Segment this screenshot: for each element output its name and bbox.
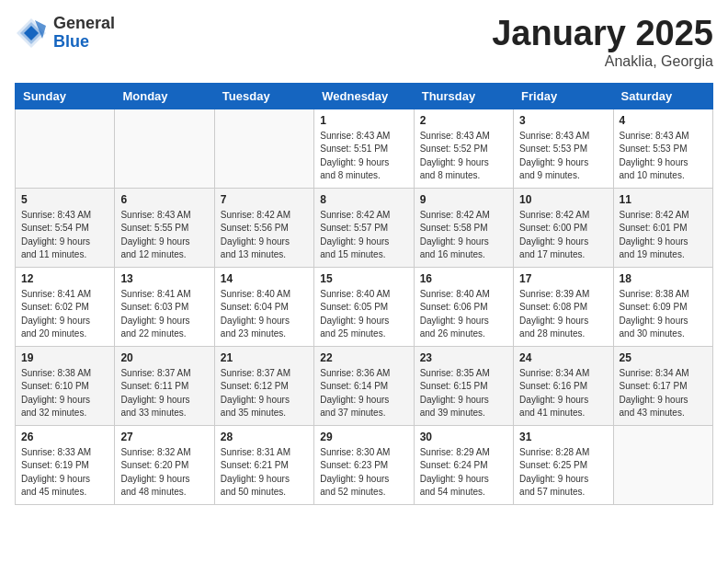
- calendar-day-cell: 3Sunrise: 8:43 AM Sunset: 5:53 PM Daylig…: [514, 109, 613, 188]
- day-info: Sunrise: 8:42 AM Sunset: 6:00 PM Dayligh…: [519, 209, 607, 262]
- calendar-day-cell: 7Sunrise: 8:42 AM Sunset: 5:56 PM Daylig…: [214, 188, 313, 267]
- calendar-header-cell: Wednesday: [314, 83, 414, 109]
- day-number: 25: [620, 351, 707, 364]
- calendar-week-row: 19Sunrise: 8:38 AM Sunset: 6:10 PM Dayli…: [16, 346, 713, 425]
- day-number: 21: [221, 351, 308, 364]
- day-number: 30: [420, 431, 507, 443]
- calendar-day-cell: [16, 109, 115, 188]
- day-info: Sunrise: 8:42 AM Sunset: 5:56 PM Dayligh…: [221, 209, 308, 262]
- day-number: 12: [21, 272, 108, 285]
- calendar-day-cell: 23Sunrise: 8:35 AM Sunset: 6:15 PM Dayli…: [414, 346, 513, 425]
- day-info: Sunrise: 8:30 AM Sunset: 6:23 PM Dayligh…: [320, 446, 407, 500]
- calendar-day-cell: 21Sunrise: 8:37 AM Sunset: 6:12 PM Dayli…: [214, 346, 313, 425]
- calendar-day-cell: 18Sunrise: 8:38 AM Sunset: 6:09 PM Dayli…: [613, 267, 712, 346]
- calendar-header-row: SundayMondayTuesdayWednesdayThursdayFrid…: [16, 83, 713, 109]
- day-number: 16: [420, 272, 507, 285]
- day-info: Sunrise: 8:40 AM Sunset: 6:05 PM Dayligh…: [320, 288, 407, 341]
- day-info: Sunrise: 8:38 AM Sunset: 6:10 PM Dayligh…: [21, 367, 108, 420]
- day-info: Sunrise: 8:37 AM Sunset: 6:11 PM Dayligh…: [120, 367, 208, 420]
- day-number: 2: [420, 114, 507, 127]
- calendar-day-cell: 28Sunrise: 8:31 AM Sunset: 6:21 PM Dayli…: [214, 425, 313, 504]
- logo: General Blue: [15, 15, 115, 52]
- day-info: Sunrise: 8:40 AM Sunset: 6:06 PM Dayligh…: [420, 288, 507, 341]
- calendar-day-cell: 13Sunrise: 8:41 AM Sunset: 6:03 PM Dayli…: [115, 267, 214, 346]
- day-number: 31: [519, 431, 607, 443]
- day-number: 14: [221, 272, 308, 285]
- calendar-day-cell: 5Sunrise: 8:43 AM Sunset: 5:54 PM Daylig…: [16, 188, 115, 267]
- day-info: Sunrise: 8:28 AM Sunset: 6:25 PM Dayligh…: [519, 446, 607, 500]
- calendar-week-row: 5Sunrise: 8:43 AM Sunset: 5:54 PM Daylig…: [16, 188, 713, 267]
- calendar-table: SundayMondayTuesdayWednesdayThursdayFrid…: [15, 83, 713, 505]
- calendar-day-cell: 17Sunrise: 8:39 AM Sunset: 6:08 PM Dayli…: [514, 267, 613, 346]
- day-info: Sunrise: 8:43 AM Sunset: 5:55 PM Dayligh…: [120, 209, 208, 262]
- day-info: Sunrise: 8:33 AM Sunset: 6:19 PM Dayligh…: [21, 446, 108, 500]
- calendar-day-cell: 29Sunrise: 8:30 AM Sunset: 6:23 PM Dayli…: [314, 425, 414, 504]
- day-number: 23: [420, 351, 507, 364]
- day-info: Sunrise: 8:43 AM Sunset: 5:51 PM Dayligh…: [320, 130, 407, 183]
- logo-general: General: [53, 15, 115, 33]
- day-number: 26: [21, 431, 108, 443]
- calendar-day-cell: 2Sunrise: 8:43 AM Sunset: 5:52 PM Daylig…: [414, 109, 513, 188]
- logo-blue: Blue: [53, 33, 115, 52]
- calendar-week-row: 26Sunrise: 8:33 AM Sunset: 6:19 PM Dayli…: [16, 425, 713, 504]
- day-info: Sunrise: 8:31 AM Sunset: 6:21 PM Dayligh…: [221, 446, 308, 500]
- calendar-header-cell: Sunday: [16, 83, 115, 109]
- day-info: Sunrise: 8:38 AM Sunset: 6:09 PM Dayligh…: [620, 288, 707, 341]
- day-info: Sunrise: 8:32 AM Sunset: 6:20 PM Dayligh…: [120, 446, 208, 500]
- calendar-day-cell: 8Sunrise: 8:42 AM Sunset: 5:57 PM Daylig…: [314, 188, 414, 267]
- day-info: Sunrise: 8:40 AM Sunset: 6:04 PM Dayligh…: [221, 288, 308, 341]
- day-info: Sunrise: 8:36 AM Sunset: 6:14 PM Dayligh…: [320, 367, 407, 420]
- day-info: Sunrise: 8:39 AM Sunset: 6:08 PM Dayligh…: [519, 288, 607, 341]
- calendar-day-cell: 26Sunrise: 8:33 AM Sunset: 6:19 PM Dayli…: [16, 425, 115, 504]
- day-info: Sunrise: 8:41 AM Sunset: 6:02 PM Dayligh…: [21, 288, 108, 341]
- day-info: Sunrise: 8:42 AM Sunset: 5:57 PM Dayligh…: [320, 209, 407, 262]
- calendar-day-cell: 10Sunrise: 8:42 AM Sunset: 6:00 PM Dayli…: [514, 188, 613, 267]
- day-info: Sunrise: 8:41 AM Sunset: 6:03 PM Dayligh…: [120, 288, 208, 341]
- calendar-day-cell: 31Sunrise: 8:28 AM Sunset: 6:25 PM Dayli…: [514, 425, 613, 504]
- calendar-day-cell: 16Sunrise: 8:40 AM Sunset: 6:06 PM Dayli…: [414, 267, 513, 346]
- day-number: 18: [620, 272, 707, 285]
- day-number: 22: [320, 351, 407, 364]
- day-number: 7: [221, 193, 308, 206]
- day-number: 10: [519, 193, 607, 206]
- day-number: 4: [620, 114, 707, 127]
- calendar-header-cell: Thursday: [414, 83, 513, 109]
- logo-icon: [15, 17, 48, 50]
- calendar-day-cell: 24Sunrise: 8:34 AM Sunset: 6:16 PM Dayli…: [514, 346, 613, 425]
- calendar-week-row: 1Sunrise: 8:43 AM Sunset: 5:51 PM Daylig…: [16, 109, 713, 188]
- day-info: Sunrise: 8:29 AM Sunset: 6:24 PM Dayligh…: [420, 446, 507, 500]
- day-number: 11: [620, 193, 707, 206]
- calendar-day-cell: 1Sunrise: 8:43 AM Sunset: 5:51 PM Daylig…: [314, 109, 414, 188]
- calendar-day-cell: [613, 425, 712, 504]
- day-info: Sunrise: 8:42 AM Sunset: 5:58 PM Dayligh…: [420, 209, 507, 262]
- calendar-day-cell: 22Sunrise: 8:36 AM Sunset: 6:14 PM Dayli…: [314, 346, 414, 425]
- calendar-day-cell: 19Sunrise: 8:38 AM Sunset: 6:10 PM Dayli…: [16, 346, 115, 425]
- day-number: 1: [320, 114, 407, 127]
- calendar-day-cell: 9Sunrise: 8:42 AM Sunset: 5:58 PM Daylig…: [414, 188, 513, 267]
- day-number: 27: [120, 431, 208, 443]
- day-info: Sunrise: 8:42 AM Sunset: 6:01 PM Dayligh…: [620, 209, 707, 262]
- calendar-header-cell: Monday: [115, 83, 214, 109]
- day-number: 24: [519, 351, 607, 364]
- day-number: 5: [21, 193, 108, 206]
- title-block: January 2025 Anaklia, Georgia: [492, 15, 713, 70]
- main-title: January 2025: [492, 15, 713, 53]
- calendar-header: SundayMondayTuesdayWednesdayThursdayFrid…: [16, 83, 713, 109]
- day-number: 19: [21, 351, 108, 364]
- calendar-header-cell: Saturday: [613, 83, 712, 109]
- calendar-day-cell: [115, 109, 214, 188]
- calendar-day-cell: [214, 109, 313, 188]
- day-info: Sunrise: 8:43 AM Sunset: 5:53 PM Dayligh…: [620, 130, 707, 183]
- calendar-day-cell: 12Sunrise: 8:41 AM Sunset: 6:02 PM Dayli…: [16, 267, 115, 346]
- calendar-day-cell: 14Sunrise: 8:40 AM Sunset: 6:04 PM Dayli…: [214, 267, 313, 346]
- day-info: Sunrise: 8:37 AM Sunset: 6:12 PM Dayligh…: [221, 367, 308, 420]
- subtitle: Anaklia, Georgia: [492, 53, 713, 70]
- calendar-day-cell: 15Sunrise: 8:40 AM Sunset: 6:05 PM Dayli…: [314, 267, 414, 346]
- calendar-day-cell: 27Sunrise: 8:32 AM Sunset: 6:20 PM Dayli…: [115, 425, 214, 504]
- calendar-day-cell: 20Sunrise: 8:37 AM Sunset: 6:11 PM Dayli…: [115, 346, 214, 425]
- day-info: Sunrise: 8:43 AM Sunset: 5:53 PM Dayligh…: [519, 130, 607, 183]
- page-header: General Blue January 2025 Anaklia, Georg…: [15, 15, 713, 70]
- day-number: 9: [420, 193, 507, 206]
- day-number: 28: [221, 431, 308, 443]
- calendar-day-cell: 30Sunrise: 8:29 AM Sunset: 6:24 PM Dayli…: [414, 425, 513, 504]
